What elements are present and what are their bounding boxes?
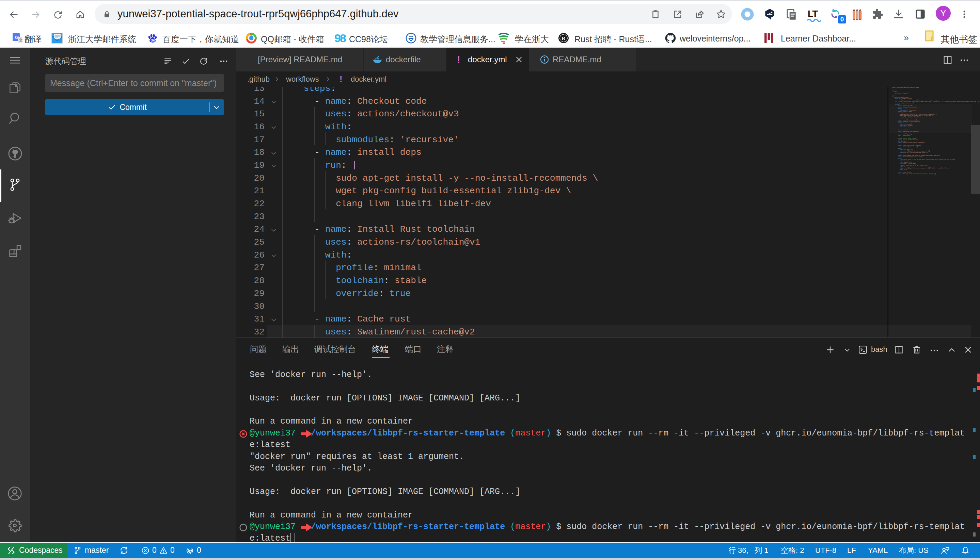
svg-text:du: du [151,38,155,42]
svg-text:文: 文 [19,38,23,43]
svg-text:R: R [562,36,565,41]
